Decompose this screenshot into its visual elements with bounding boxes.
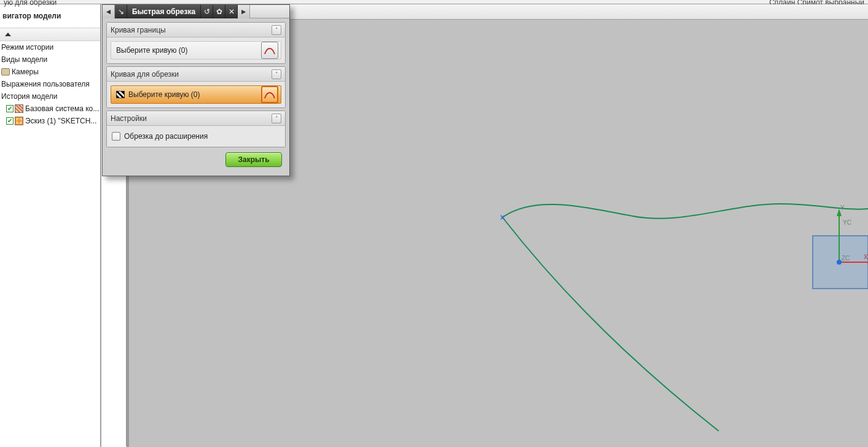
tree-item-model-views[interactable]: Виды модели bbox=[0, 53, 100, 66]
tree-item-datum-csys[interactable]: ✔ Базовая система ко... bbox=[0, 103, 100, 115]
dialog-pin-button[interactable]: ↘ bbox=[115, 5, 127, 18]
camera-icon bbox=[1, 68, 10, 76]
tree-item-model-history[interactable]: История модели bbox=[0, 90, 100, 103]
dialog-title: Быстрая обрезка bbox=[127, 5, 201, 18]
axis-y-top-label: Y bbox=[840, 204, 845, 211]
curve-rule-button[interactable] bbox=[261, 42, 278, 59]
dialog-close-button[interactable]: ✕ bbox=[225, 5, 238, 18]
tree-item-sketch[interactable]: ✔ Эскиз (1) "SKETCH... bbox=[0, 115, 100, 127]
curve-rule-button-active[interactable] bbox=[261, 86, 278, 103]
spline-curve-1[interactable] bbox=[502, 204, 868, 219]
chevron-left-icon: ◄ bbox=[105, 7, 112, 16]
dialog-settings-button[interactable]: ✿ bbox=[213, 5, 225, 18]
group-settings-header[interactable]: Настройки ˄ bbox=[107, 111, 285, 126]
select-trim-label: Выберите кривую (0) bbox=[128, 90, 200, 99]
collapse-icon[interactable]: ˄ bbox=[272, 69, 281, 79]
model-tree: Режим истории Виды модели Камеры Выражен… bbox=[0, 41, 100, 140]
axis-origin bbox=[837, 260, 842, 265]
chevron-right-icon: ► bbox=[240, 7, 248, 16]
axis-z-label: ZC bbox=[842, 255, 850, 262]
quick-trim-dialog: ◄ ↘ Быстрая обрезка ↺ ✿ ✕ ► Кривая грани… bbox=[102, 4, 290, 176]
dialog-prev-button[interactable]: ◄ bbox=[103, 5, 115, 18]
spline-curve-2[interactable] bbox=[502, 217, 719, 431]
gear-icon: ✿ bbox=[216, 7, 222, 16]
group-trim-header[interactable]: Кривая для обрезки ˄ bbox=[107, 67, 285, 82]
model-navigator-panel: вигатор модели Режим истории Виды модели… bbox=[0, 4, 101, 447]
navigator-sort-button[interactable] bbox=[0, 28, 100, 41]
model-navigator-title: вигатор модели bbox=[0, 4, 100, 28]
group-settings-title: Настройки bbox=[111, 114, 147, 123]
sketch-icon bbox=[15, 117, 23, 125]
dialog-next-button[interactable]: ► bbox=[238, 5, 250, 18]
tree-empty-area bbox=[0, 140, 100, 447]
curve-icon bbox=[264, 44, 276, 56]
curve-icon bbox=[264, 88, 276, 101]
curve-endpoint-marker[interactable]: × bbox=[500, 213, 505, 222]
tree-item-history-mode[interactable]: Режим истории bbox=[0, 41, 100, 53]
close-button[interactable]: Закрыть bbox=[225, 152, 282, 167]
group-trim-curve: Кривая для обрезки ˄ Выберите кривую (0) bbox=[106, 66, 286, 108]
axis-x-label: X bbox=[864, 254, 868, 260]
sort-ascending-icon bbox=[5, 33, 11, 36]
undo-icon: ↺ bbox=[204, 7, 210, 16]
group-settings: Настройки ˄ Обрезка до расширения bbox=[106, 111, 286, 147]
trim-to-extension-label: Обрезка до расширения bbox=[124, 132, 208, 141]
group-boundary-header[interactable]: Кривая границы ˄ bbox=[107, 23, 285, 37]
datum-icon bbox=[15, 104, 23, 113]
close-icon: ✕ bbox=[229, 7, 235, 16]
collapse-icon[interactable]: ˄ bbox=[272, 114, 281, 123]
checkbox-icon[interactable] bbox=[112, 132, 120, 141]
trim-to-extension-checkbox-row[interactable]: Обрезка до расширения bbox=[111, 130, 281, 143]
tree-item-user-expressions[interactable]: Выражения пользователя bbox=[0, 78, 100, 90]
axis-y-label: YC bbox=[843, 219, 851, 226]
checkbox-icon[interactable]: ✔ bbox=[6, 117, 14, 125]
dialog-undo-button[interactable]: ↺ bbox=[201, 5, 213, 18]
select-trim-curve[interactable]: Выберите кривую (0) bbox=[111, 85, 281, 104]
pin-icon: ↘ bbox=[118, 7, 124, 16]
select-boundary-curve[interactable]: Выберите кривую (0) bbox=[111, 41, 281, 60]
collapse-icon[interactable]: ˄ bbox=[272, 25, 281, 35]
required-flag-icon bbox=[116, 91, 125, 98]
checkbox-icon[interactable]: ✔ bbox=[6, 105, 14, 112]
group-boundary-curve: Кривая границы ˄ Выберите кривую (0) bbox=[106, 22, 286, 64]
select-boundary-label: Выберите кривую (0) bbox=[116, 46, 188, 55]
dialog-titlebar[interactable]: ◄ ↘ Быстрая обрезка ↺ ✿ ✕ ► bbox=[103, 5, 289, 18]
group-boundary-title: Кривая границы bbox=[111, 26, 166, 34]
group-trim-title: Кривая для обрезки bbox=[111, 70, 179, 79]
tree-item-cameras[interactable]: Камеры bbox=[0, 66, 100, 78]
